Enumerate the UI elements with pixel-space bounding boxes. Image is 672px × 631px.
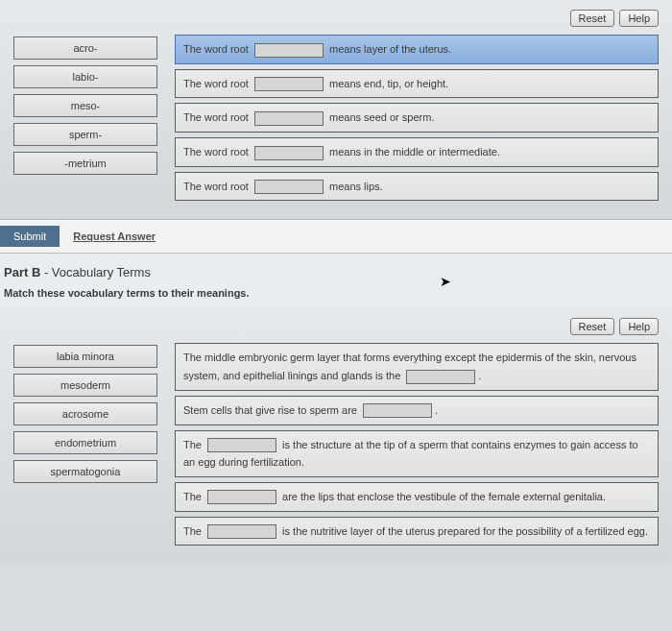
submit-bar: Submit Request Answer: [0, 219, 672, 254]
term-sperm[interactable]: sperm-: [13, 123, 157, 146]
term-column-a: acro- labio- meso- sperm- -metrium: [13, 35, 157, 181]
target-pre: The: [183, 439, 202, 450]
drop-blank[interactable]: [254, 77, 324, 91]
target-column-b: The middle embryonic germ layer that for…: [175, 343, 659, 550]
help-button[interactable]: Help: [619, 318, 659, 335]
target-row[interactable]: The word root means seed or sperm.: [175, 103, 659, 133]
target-pre: Stem cells that give rise to sperm are: [183, 404, 357, 416]
target-pre: The word root: [183, 78, 249, 89]
drop-blank[interactable]: [207, 524, 276, 539]
target-row[interactable]: The word root means lips.: [175, 172, 659, 202]
part-b-title-bold: Part B: [4, 265, 40, 279]
target-row[interactable]: The word root means layer of the uterus.: [175, 35, 659, 64]
drop-blank[interactable]: [363, 403, 432, 418]
target-post: is the nutritive layer of the uterus pre…: [282, 525, 648, 537]
drop-blank[interactable]: [254, 111, 324, 126]
target-row[interactable]: The middle embryonic germ layer that for…: [175, 343, 659, 390]
term-mesoderm[interactable]: mesoderm: [13, 374, 157, 397]
target-pre: The word root: [183, 181, 249, 192]
reset-button[interactable]: Reset: [570, 318, 615, 335]
target-post: means layer of the uterus.: [329, 43, 451, 55]
help-button[interactable]: Help: [619, 10, 659, 27]
reset-button[interactable]: Reset: [570, 10, 615, 27]
match-area-b: labia minora mesoderm acrosome endometri…: [13, 343, 659, 550]
term-meso[interactable]: meso-: [13, 94, 157, 117]
target-row[interactable]: The are the lips that enclose the vestib…: [175, 482, 659, 512]
submit-button[interactable]: Submit: [0, 226, 60, 247]
drop-blank[interactable]: [406, 370, 475, 384]
term-labia-minora[interactable]: labia minora: [13, 345, 157, 368]
target-post: means end, tip, or height.: [329, 78, 448, 89]
term-endometrium[interactable]: endometrium: [13, 431, 157, 454]
term-acrosome[interactable]: acrosome: [13, 402, 157, 425]
target-post: .: [478, 370, 481, 381]
target-post: means seed or sperm.: [329, 111, 434, 123]
target-post: .: [435, 404, 438, 416]
target-pre: The word root: [183, 111, 249, 123]
target-row[interactable]: The word root means end, tip, or height.: [175, 69, 659, 99]
part-b-header: Part B - Vocabulary Terms: [0, 254, 672, 283]
drop-blank[interactable]: [207, 438, 276, 452]
target-pre: The: [183, 525, 202, 537]
match-area-a: acro- labio- meso- sperm- -metrium The w…: [13, 35, 659, 206]
target-row[interactable]: The is the structure at the tip of a spe…: [175, 430, 659, 477]
target-pre: The word root: [183, 43, 249, 55]
drop-blank[interactable]: [254, 180, 324, 194]
term-spermatogonia[interactable]: spermatogonia: [13, 460, 157, 483]
part-a-panel: Reset Help acro- labio- meso- sperm- -me…: [0, 0, 672, 219]
part-b-panel: ➤ Reset Help labia minora mesoderm acros…: [0, 308, 672, 564]
target-post: means lips.: [329, 181, 383, 192]
term-acro[interactable]: acro-: [13, 36, 157, 60]
target-row[interactable]: The is the nutritive layer of the uterus…: [175, 517, 659, 546]
request-answer-link[interactable]: Request Answer: [73, 231, 156, 242]
target-post: means in the middle or intermediate.: [329, 146, 500, 158]
term-metrium[interactable]: -metrium: [13, 152, 157, 175]
toolbar-b: Reset Help: [13, 318, 659, 335]
toolbar-a: Reset Help: [13, 10, 659, 27]
target-pre: The word root: [183, 146, 249, 158]
target-column-a: The word root means layer of the uterus.…: [175, 35, 659, 206]
term-column-b: labia minora mesoderm acrosome endometri…: [13, 343, 157, 489]
drop-blank[interactable]: [254, 146, 324, 160]
drop-blank[interactable]: [207, 490, 276, 504]
part-b-instruction: Match these vocabulary terms to their me…: [0, 283, 672, 308]
drop-blank[interactable]: [254, 43, 324, 58]
term-labio[interactable]: labio-: [13, 65, 157, 88]
part-b-title-rest: - Vocabulary Terms: [40, 265, 151, 279]
target-row[interactable]: The word root means in the middle or int…: [175, 137, 659, 167]
target-post: are the lips that enclose the vestibule …: [282, 491, 606, 502]
target-row[interactable]: Stem cells that give rise to sperm are .: [175, 396, 659, 425]
target-pre: The: [183, 491, 202, 502]
